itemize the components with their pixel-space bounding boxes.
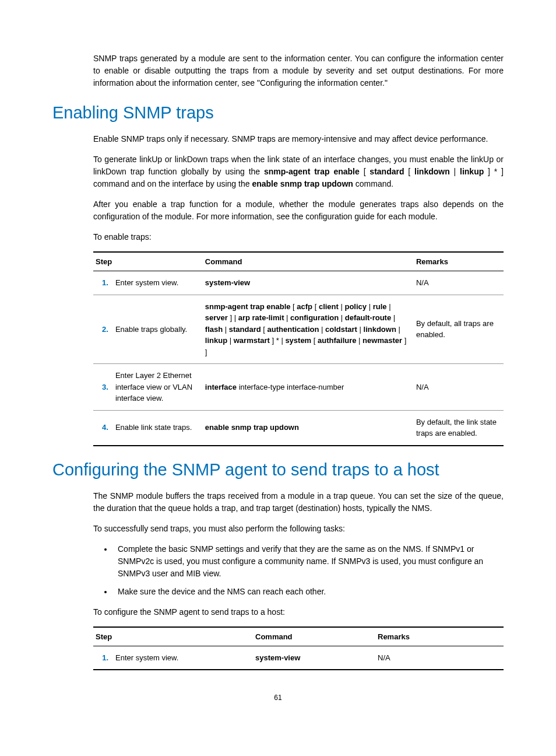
step-remarks: N/A xyxy=(414,364,504,411)
table-row: 2. Enable traps globally. snmp-agent tra… xyxy=(93,295,504,364)
section1-p2: To generate linkUp or linkDown traps whe… xyxy=(93,153,504,190)
section2-body: The SNMP module buffers the traps receiv… xyxy=(93,490,504,671)
step-remarks: By default, the link state traps are ena… xyxy=(414,410,504,446)
step-text: Enable traps globally. xyxy=(113,295,203,364)
step-num: 1. xyxy=(93,646,113,670)
section2-p3: To configure the SNMP agent to send trap… xyxy=(93,606,504,618)
step-text: Enter system view. xyxy=(113,271,203,295)
step-num: 1. xyxy=(93,271,113,295)
step-command: interface interface-type interface-numbe… xyxy=(203,364,414,411)
heading-enabling-snmp-traps: Enabling SNMP traps xyxy=(52,103,504,123)
step-remarks: N/A xyxy=(414,271,504,295)
step-text: Enter system view. xyxy=(113,646,253,670)
th-step: Step xyxy=(93,252,203,271)
table-send-traps: Step Command Remarks 1. Enter system vie… xyxy=(93,626,504,671)
intro-block: SNMP traps generated by a module are sen… xyxy=(93,52,504,89)
table-enable-traps: Step Command Remarks 1. Enter system vie… xyxy=(93,251,504,446)
th-command: Command xyxy=(253,627,375,646)
th-remarks: Remarks xyxy=(414,252,504,271)
table-row: 3. Enter Layer 2 Ethernet interface view… xyxy=(93,364,504,411)
section1-p4: To enable traps: xyxy=(93,231,504,243)
section2-bullets: Complete the basic SNMP settings and ver… xyxy=(93,543,504,598)
step-num: 2. xyxy=(93,295,113,364)
step-remarks: By default, all traps are enabled. xyxy=(414,295,504,364)
section1-body: Enable SNMP traps only if necessary. SNM… xyxy=(93,133,504,446)
table-row: 4. Enable link state traps. enable snmp … xyxy=(93,410,504,446)
th-step: Step xyxy=(93,627,253,646)
page-number: 61 xyxy=(52,694,504,702)
step-remarks: N/A xyxy=(375,646,504,670)
th-remarks: Remarks xyxy=(375,627,504,646)
step-command: system-view xyxy=(253,646,375,670)
page: SNMP traps generated by a module are sen… xyxy=(0,0,556,725)
step-text: Enter Layer 2 Ethernet interface view or… xyxy=(113,364,203,411)
th-command: Command xyxy=(203,252,414,271)
step-num: 3. xyxy=(93,364,113,411)
step-text: Enable link state traps. xyxy=(113,410,203,446)
intro-paragraph: SNMP traps generated by a module are sen… xyxy=(93,52,504,89)
list-item: Make sure the device and the NMS can rea… xyxy=(113,586,504,598)
list-item: Complete the basic SNMP settings and ver… xyxy=(113,543,504,580)
section1-p3: After you enable a trap function for a m… xyxy=(93,198,504,223)
table-row: 1. Enter system view. system-view N/A xyxy=(93,646,504,670)
heading-configure-snmp-agent: Configuring the SNMP agent to send traps… xyxy=(52,460,504,480)
step-command: enable snmp trap updown xyxy=(203,410,414,446)
step-command: snmp-agent trap enable [ acfp [ client |… xyxy=(203,295,414,364)
step-num: 4. xyxy=(93,410,113,446)
section2-p1: The SNMP module buffers the traps receiv… xyxy=(93,490,504,514)
step-command: system-view xyxy=(203,271,414,295)
section2-p2: To successfully send traps, you must als… xyxy=(93,523,504,535)
section1-p1: Enable SNMP traps only if necessary. SNM… xyxy=(93,133,504,145)
table-row: 1. Enter system view. system-view N/A xyxy=(93,271,504,295)
